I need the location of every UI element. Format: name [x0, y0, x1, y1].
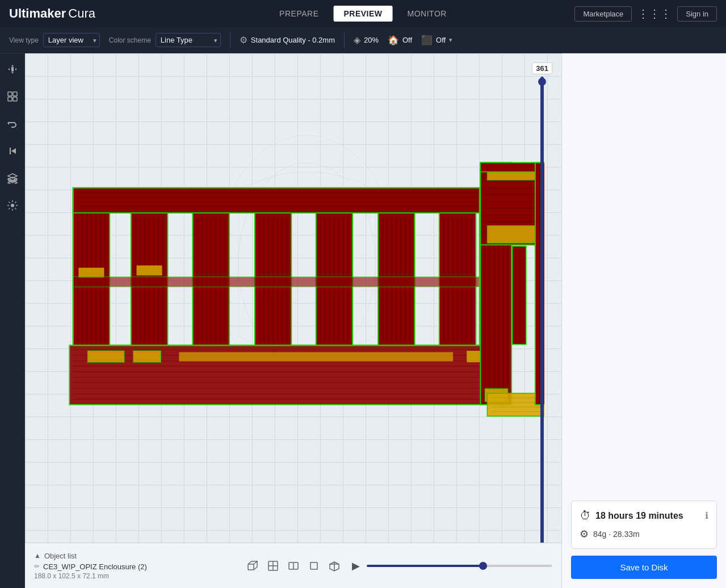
material-icon: ⚙	[580, 528, 589, 540]
svg-rect-0	[8, 92, 12, 96]
material-row: ⚙ 84g · 28.33m	[580, 528, 708, 540]
settings-icon[interactable]	[3, 196, 22, 215]
main-nav: PREPARE PREVIEW MONITOR	[269, 6, 457, 22]
isometric-icon[interactable]	[326, 557, 343, 574]
view-icons	[244, 557, 343, 574]
view-type-label: View type	[9, 36, 39, 44]
progress-handle[interactable]	[479, 562, 487, 570]
logo: Ultimaker Cura	[9, 6, 95, 21]
color-scheme-group: Color scheme Line Type Material Color Sp…	[109, 33, 221, 47]
chevron-down-icon: ▾	[449, 36, 452, 44]
svg-rect-1	[13, 92, 17, 96]
play-button[interactable]: ▶	[352, 560, 360, 572]
material-value: 84g · 28.33m	[593, 530, 640, 539]
monitor-nav[interactable]: MONITOR	[397, 6, 457, 22]
svg-rect-3	[13, 97, 17, 101]
object-dimensions: 188.0 x 102.5 x 72.1 mm	[34, 572, 235, 580]
time-row: ⏱ 18 hours 19 minutes ℹ	[580, 509, 708, 522]
save-to-disk-button[interactable]: Save to Disk	[571, 556, 717, 579]
svg-rect-19	[133, 351, 161, 362]
infill-pct: 20%	[364, 36, 379, 44]
object-list-text: Object list	[44, 552, 77, 560]
svg-rect-130	[73, 277, 480, 287]
view-type-select[interactable]: Layer view Solid view X-Ray view	[43, 33, 100, 47]
svg-rect-32	[78, 268, 104, 278]
chevron-up-icon: ▲	[34, 552, 41, 560]
quality-group: ⚙ Standard Quality - 0.2mm	[240, 35, 335, 45]
signin-button[interactable]: Sign in	[677, 6, 717, 22]
clock-icon: ⏱	[580, 509, 591, 522]
main-area: 361 ▲ Object list ✏ CE3_W!P_OPIZ Enclous…	[0, 53, 726, 588]
layer-handle-top[interactable]	[538, 78, 546, 86]
infill-icon: ◈	[354, 35, 360, 45]
layer-value: 361	[532, 62, 552, 74]
svg-rect-18	[87, 351, 124, 362]
svg-rect-41	[137, 266, 162, 276]
object-name-text: CE3_W!P_OPIZ Enclousure (2)	[43, 562, 147, 571]
svg-rect-82	[73, 188, 511, 213]
layer-slider[interactable]: 361	[532, 62, 552, 554]
quality-value: Standard Quality - 0.2mm	[251, 36, 335, 44]
progress-fill	[367, 565, 488, 567]
adhesion-group: ⬛ Off ▾	[421, 35, 452, 45]
object-name: ✏ CE3_W!P_OPIZ Enclousure (2)	[34, 562, 235, 571]
edit-icon: ✏	[34, 562, 40, 570]
view-type-group: View type Layer view Solid view X-Ray vi…	[9, 33, 100, 47]
object-list-label[interactable]: ▲ Object list	[34, 552, 235, 560]
undo-icon[interactable]	[3, 115, 22, 133]
layer-progress-bar[interactable]	[367, 565, 553, 567]
side-view-icon[interactable]	[305, 557, 322, 574]
layer-track[interactable]	[540, 77, 544, 554]
move-icon[interactable]	[3, 60, 22, 78]
support-group: 🏠 Off	[388, 35, 412, 45]
svg-rect-132	[248, 564, 254, 570]
toolbar-divider-2	[344, 32, 345, 48]
adhesion-label: Off	[436, 36, 446, 44]
model-view	[42, 99, 544, 418]
view-type-select-wrapper: Layer view Solid view X-Ray view	[43, 33, 100, 47]
top-view-icon[interactable]	[265, 557, 282, 574]
time-left: ⏱ 18 hours 19 minutes	[580, 509, 683, 522]
header: Ultimaker Cura PREPARE PREVIEW MONITOR M…	[0, 0, 726, 27]
support-label: Off	[402, 36, 412, 44]
infill-group: ◈ 20%	[354, 35, 379, 45]
svg-rect-20	[179, 352, 453, 362]
front-view-icon[interactable]	[285, 557, 302, 574]
header-right: Marketplace ⋮⋮⋮ Sign in	[574, 6, 717, 22]
viewport[interactable]: 361 ▲ Object list ✏ CE3_W!P_OPIZ Enclous…	[25, 53, 561, 588]
progress-container: ▶	[352, 560, 553, 572]
logo-cura: Cura	[68, 6, 95, 21]
print-info-card: ⏱ 18 hours 19 minutes ℹ ⚙ 84g · 28.33m	[571, 501, 717, 549]
quality-icon: ⚙	[240, 35, 247, 45]
adhesion-icon: ⬛	[421, 35, 433, 45]
color-scheme-select-wrapper: Line Type Material Color Speed	[156, 33, 221, 47]
left-sidebar	[0, 53, 25, 588]
marketplace-button[interactable]: Marketplace	[574, 6, 632, 22]
grid-icon[interactable]: ⋮⋮⋮	[637, 7, 672, 20]
time-value: 18 hours 19 minutes	[595, 511, 683, 521]
view-icon[interactable]	[3, 87, 22, 106]
info-icon[interactable]: ℹ	[705, 510, 708, 521]
prepare-nav[interactable]: PREPARE	[269, 6, 329, 22]
toolbar: View type Layer view Solid view X-Ray vi…	[0, 27, 726, 53]
svg-point-4	[11, 204, 14, 207]
color-scheme-select[interactable]: Line Type Material Color Speed	[156, 33, 221, 47]
color-scheme-label: Color scheme	[109, 36, 151, 44]
layers-icon[interactable]	[3, 169, 22, 187]
preview-nav[interactable]: PREVIEW	[333, 6, 392, 22]
skip-back-icon[interactable]	[3, 142, 22, 160]
toolbar-divider-1	[230, 32, 230, 48]
object-info: ▲ Object list ✏ CE3_W!P_OPIZ Enclousure …	[34, 552, 235, 580]
svg-rect-2	[8, 97, 12, 101]
svg-rect-114	[513, 246, 526, 345]
bottom-bar: ▲ Object list ✏ CE3_W!P_OPIZ Enclousure …	[25, 543, 561, 588]
right-panel: ⏱ 18 hours 19 minutes ℹ ⚙ 84g · 28.33m S…	[561, 53, 726, 588]
logo-ultimaker: Ultimaker	[9, 6, 66, 21]
support-icon: 🏠	[388, 35, 399, 45]
perspective-icon[interactable]	[244, 557, 261, 574]
